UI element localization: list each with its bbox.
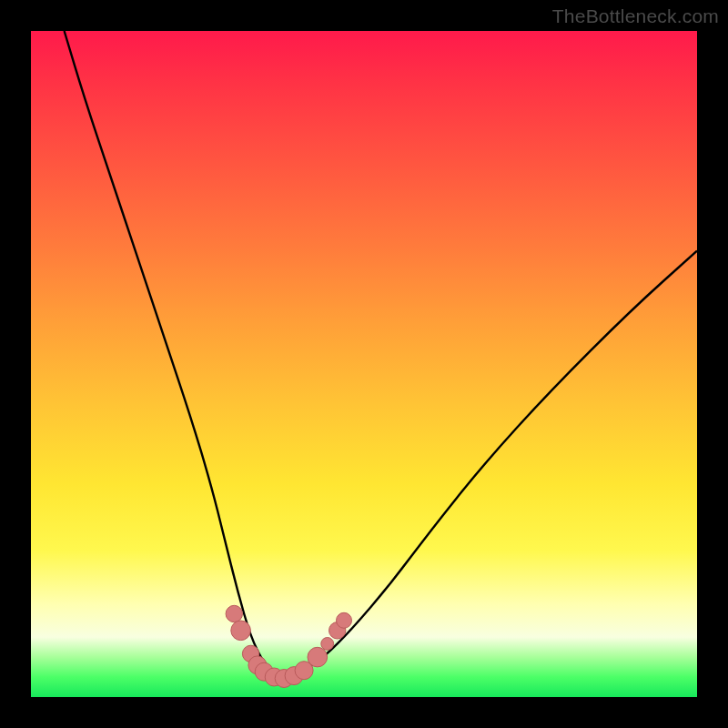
curve-marker (308, 647, 328, 667)
chart-plot-area (31, 31, 697, 697)
curve-marker (321, 638, 334, 651)
chart-frame: TheBottleneck.com (0, 0, 728, 728)
bottleneck-curve (65, 31, 697, 677)
chart-svg (31, 31, 697, 697)
watermark-text: TheBottleneck.com (552, 5, 719, 27)
curve-marker (226, 605, 242, 622)
curve-marker (231, 621, 251, 641)
curve-marker (337, 612, 352, 628)
